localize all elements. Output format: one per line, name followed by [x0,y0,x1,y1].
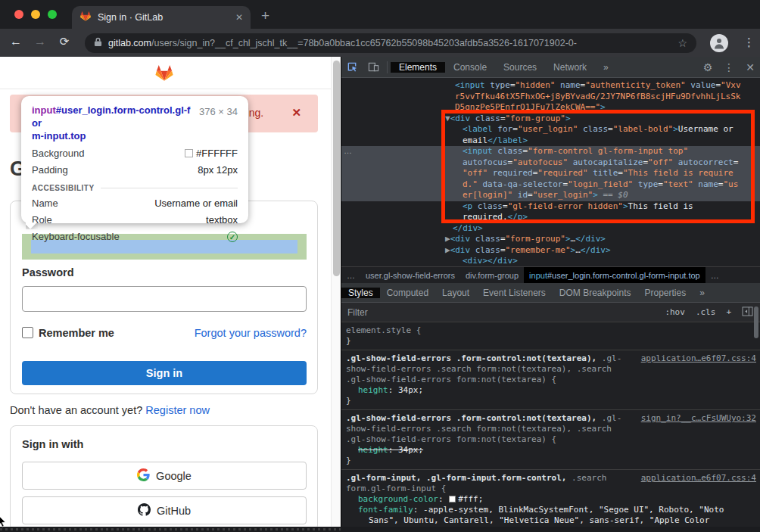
remember-me-checkbox[interactable] [22,327,33,338]
macos-minimize-button[interactable] [31,10,40,19]
styles-filter-bar: Filter :hov .cls + [341,303,760,322]
dom-tree-node-line[interactable]: "off" required="required" title="This fi… [341,168,760,179]
dom-tree-node-line[interactable]: email</label> [341,135,760,147]
rule-selector-line: show-field-errors .search form:not(texta… [346,424,756,434]
dom-tree-node-line[interactable]: <div></div> [341,256,760,266]
styles-more-tabs-icon[interactable]: » [693,283,712,303]
tooltip-padding-value: 8px 12px [198,164,238,176]
style-rule[interactable]: application…e6f07.css:4.gl-form-input, .… [341,470,760,527]
profile-avatar[interactable] [710,34,728,52]
register-now-link[interactable]: Register now [145,404,210,416]
forward-icon[interactable]: → [32,35,48,48]
dom-tree-node-line[interactable]: <p class="gl-field-error hidden">This fi… [341,201,760,213]
browser-tab[interactable]: Sign in · GitLab ✕ [72,6,251,29]
css-property[interactable]: height: 34px; [346,385,756,396]
breadcrumb-overflow-left[interactable]: … [341,271,360,280]
sign-in-button[interactable]: Sign in [22,361,307,385]
dom-tree-node-line[interactable]: <label for="user_login" class="label-bol… [341,124,760,135]
styles-filter-input[interactable]: Filter [347,307,665,318]
breadcrumb-overflow-right[interactable]: … [705,271,724,280]
google-signin-button[interactable]: Google [22,462,307,490]
dom-tree-node-line[interactable]: r5vvTfku46tX5FhxOG+j8yBYvadG/2JY7NP6fB8s… [341,92,760,103]
styles-tab-styles[interactable]: Styles [341,288,380,298]
more-tabs-icon[interactable]: » [595,57,617,78]
browser-menu-icon[interactable]: ⋮ [743,36,755,49]
devtools-tab-network[interactable]: Network [545,62,595,73]
breadcrumb-selected-input[interactable]: input#user_login.form-control.gl-form-in… [524,267,705,284]
styles-tab-computed[interactable]: Computed [380,288,435,298]
tooltip-role-row: Role textbox [32,214,238,226]
tooltip-selector-tag: input [32,104,56,116]
new-style-rule-button[interactable]: + [726,307,731,317]
devtools-panel: ElementsConsoleSourcesNetwork » ⚙ ⋮ ✕ <i… [341,57,760,532]
sso-title: Sign in with [22,438,83,450]
tooltip-accessibility-header: ACCESSIBILITY [32,184,238,192]
style-rule[interactable]: sign_in?__c…cFsUWUyo:32.gl-show-field-er… [341,410,760,470]
tab-title: Sign in · GitLab [98,12,235,23]
new-tab-button[interactable]: + [261,8,269,24]
macos-maximize-button[interactable] [48,10,57,19]
register-text: Don't have an account yet? [10,404,145,416]
page-header [0,57,331,89]
toggle-element-classes-button[interactable]: .cls [696,307,716,317]
breadcrumb-form-group[interactable]: div.form-group [460,271,524,280]
back-icon[interactable]: ← [8,35,24,48]
styles-tab-layout[interactable]: Layout [435,288,476,298]
github-signin-button[interactable]: GitHub [22,496,307,524]
dom-tree-node-line[interactable]: autofocus="autofocus" autocapitalize="of… [341,157,760,169]
css-property[interactable]: font-family: -apple-system, BlinkMacSyst… [346,505,756,515]
url-bar[interactable]: gitlab.com/users/sign_in?__cf_chl_jschl_… [85,33,696,53]
dom-tree-node-line[interactable]: d." data-qa-selector="login_field" type=… [341,179,760,191]
forgot-password-link[interactable]: Forgot your password? [195,327,307,339]
macos-close-button[interactable] [14,10,23,19]
devtools-tab-console[interactable]: Console [445,62,495,73]
dom-tree-node-line[interactable]: ▼<div class="form-group"> [341,114,760,125]
style-rule[interactable]: element.style {} [341,322,760,350]
tooltip-name-value: Username or email [154,198,238,209]
css-property[interactable]: height: 34px; [346,445,756,456]
inspect-element-icon[interactable] [341,57,363,78]
dom-tree-node-line[interactable]: ▶<div class="form-group">…</div> [341,234,760,245]
page-scrollbar[interactable] [331,57,341,532]
stylesheet-source-link[interactable]: sign_in?__c…cFsUWUyo:32 [641,413,756,424]
devtools-menu-icon[interactable]: ⋮ [718,57,740,78]
stylesheet-source-link[interactable]: application…e6f07.css:4 [641,473,756,484]
node-more-actions-icon[interactable]: … [344,146,353,155]
dom-tree-node-line[interactable]: D5gnzPe5PEnfrQ1JFu7lZekCWA=="> [341,102,760,114]
bookmark-star-icon[interactable]: ☆ [677,37,687,49]
github-button-label: GitHub [157,505,191,517]
dom-tree-node-line[interactable]: er[login]" id="user_login"> == $0 [341,190,760,201]
device-toolbar-icon[interactable] [363,57,384,78]
dom-tree-node-line[interactable]: </div> [341,223,760,235]
stylesheet-source-link[interactable]: application…e6f07.css:4 [641,353,756,364]
devtools-tab-elements[interactable]: Elements [391,62,445,73]
style-rule[interactable]: application…e6f07.css:4.gl-show-field-er… [341,350,760,410]
tab-close-icon[interactable]: ✕ [235,12,243,23]
tooltip-dimensions: 376 × 34 [199,106,238,117]
toggle-hover-state-button[interactable]: :hov [665,307,685,317]
breadcrumb-form[interactable]: user.gl-show-field-errors [360,271,460,280]
rule-selector-line: show-field-errors .search form:not(texta… [346,364,756,375]
password-input[interactable] [22,286,307,312]
devtools-close-icon[interactable]: ✕ [740,57,760,78]
url-text: gitlab.com/users/sign_in?__cf_chl_jschl_… [108,38,673,48]
dom-tree-node-line[interactable]: required.</p> [341,212,760,223]
page-scrollbar-thumb[interactable] [333,61,340,276]
github-icon [138,503,151,518]
devtools-tab-sources[interactable]: Sources [495,62,545,73]
remember-me-label: Remember me [39,327,114,339]
styles-tab-properties[interactable]: Properties [638,288,693,298]
devtools-settings-icon[interactable]: ⚙ [697,57,718,78]
dom-tree-node-line[interactable]: <input class="form-control gl-form-input… [341,146,760,157]
computed-sidebar-toggle-icon[interactable] [742,306,753,319]
css-property[interactable]: background-color: #fff; [346,494,756,505]
styles-tab-dom-breakpoints[interactable]: DOM Breakpoints [553,288,638,298]
styles-tab-event-listeners[interactable]: Event Listeners [476,288,553,298]
gitlab-signin-page: nuing. ✕ G Password Remember me Forgot y… [0,57,341,532]
dom-tree-node-line[interactable]: <input type="hidden" name="authenticity_… [341,80,760,92]
alert-close-icon[interactable]: ✕ [291,106,301,120]
tooltip-focusable-row: Keyboard-focusable ✓ [32,231,238,242]
reload-icon[interactable]: ⟳ [56,35,73,48]
dom-tree-node-line[interactable]: ▶<div class="remember-me">…</div> [341,245,760,257]
url-path: /users/sign_in?__cf_chl_jschl_tk__=78b0a… [151,38,577,48]
